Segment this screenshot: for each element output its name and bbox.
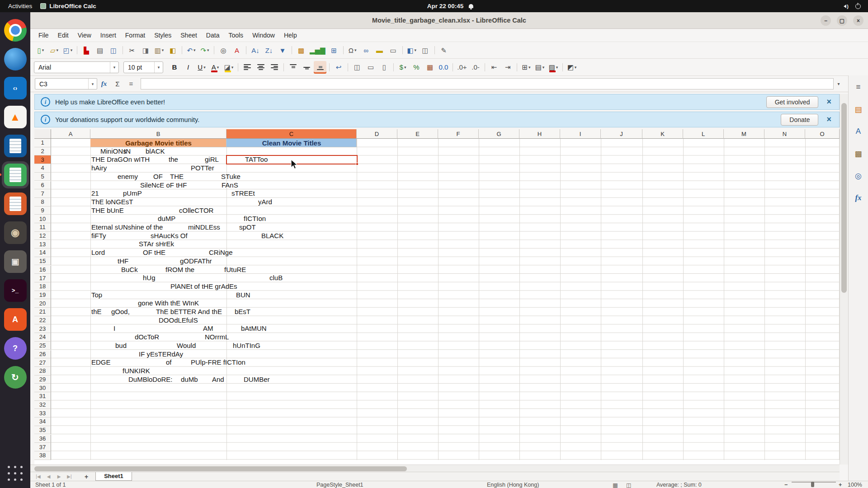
cell-text-row-8[interactable]: ThE loNGEsT	[91, 198, 133, 206]
cell-text-row-6[interactable]: FAnS	[222, 181, 238, 190]
grid-body[interactable]: Garbage Movie titlesClean Movie TitlesMi…	[51, 139, 840, 460]
cell-text-row-25[interactable]: bud	[115, 342, 127, 350]
underline-button[interactable]: U▾	[195, 61, 208, 74]
row-header-26[interactable]: 26	[34, 350, 51, 359]
border-style-button[interactable]: ▤▾	[533, 61, 546, 74]
cell-text-row-23[interactable]: I	[113, 324, 115, 333]
font-name-combo[interactable]: Arial ▾	[34, 61, 119, 73]
gimp-icon[interactable]: ◉	[4, 221, 27, 244]
save-button[interactable]: ◰▾	[61, 44, 74, 56]
decrease-indent-button[interactable]: ⇤	[488, 61, 500, 74]
autofilter-button[interactable]: ▼	[276, 44, 289, 56]
cell-text-row-7[interactable]: pUmP	[123, 189, 142, 198]
new-document-button[interactable]: ▯▾	[34, 44, 47, 56]
cell-text-row-3[interactable]: giRL	[205, 155, 219, 164]
insert-chart-button[interactable]: ▂▅▇	[308, 44, 327, 56]
cell-text-row-22[interactable]: DOOdLEfulS	[159, 316, 198, 325]
row-header-11[interactable]: 11	[34, 223, 51, 232]
print-preview-button[interactable]: ◫	[107, 44, 120, 56]
cell-text-row-24[interactable]: dOcToR	[135, 333, 159, 342]
language-status[interactable]: English (Hong Kong)	[487, 482, 539, 488]
vertical-scrollbar[interactable]	[840, 94, 848, 465]
cell-text-row-29[interactable]: DuMBloDoRE:	[128, 375, 173, 384]
row-header-20[interactable]: 20	[34, 299, 51, 308]
horizontal-scrollbar-thumb[interactable]	[34, 466, 407, 471]
merge-cells-button[interactable]: ▭	[364, 61, 377, 74]
format-as-percent-button[interactable]: %	[410, 61, 423, 74]
functions-icon[interactable]: fx	[852, 192, 865, 203]
format-as-date-button[interactable]: ▦	[424, 61, 436, 74]
align-right-button[interactable]	[268, 61, 281, 74]
cut-button[interactable]: ✂	[126, 44, 138, 56]
chevron-down-icon[interactable]: ▾	[193, 48, 196, 52]
headers-and-footers-button[interactable]: ▭	[387, 44, 400, 56]
chrome-icon[interactable]	[4, 19, 27, 42]
cell-text-row-25[interactable]: Would	[177, 342, 196, 350]
vlc-icon[interactable]: ▲	[4, 106, 27, 128]
row-header-29[interactable]: 29	[34, 375, 51, 384]
cell-text-row-6[interactable]: SileNcE oF tHF	[140, 181, 187, 190]
insert-comment-button[interactable]: ▬	[373, 44, 386, 56]
cell-text-row-23[interactable]: bAtMUN	[241, 324, 267, 333]
chevron-down-icon[interactable]: ▾	[231, 65, 234, 70]
fill-handle[interactable]	[356, 163, 359, 165]
cell-text-row-13[interactable]: STAr sHrEk	[139, 240, 174, 249]
sheet-tab-sheet1[interactable]: Sheet1	[95, 472, 132, 481]
cell-text-row-4[interactable]: hAiry	[91, 164, 107, 173]
chevron-down-icon[interactable]: ▾	[207, 48, 209, 52]
bold-button[interactable]: B	[168, 61, 181, 74]
calc-icon[interactable]	[4, 164, 27, 186]
cell-text-row-21[interactable]: ThE bETTER And thE	[156, 308, 222, 316]
cell-text-row-17[interactable]: hUg	[143, 274, 156, 282]
chevron-down-icon[interactable]: ▾	[154, 62, 163, 73]
thunderbird-icon[interactable]	[4, 48, 27, 70]
cell-text-row-5[interactable]: OF	[153, 173, 163, 181]
borders-button[interactable]: ⊞▾	[520, 61, 533, 74]
activities-button[interactable]: Activities	[0, 3, 40, 9]
document-modified-icon[interactable]: ◫	[626, 482, 632, 488]
clean-movie-titles-header-cell[interactable]: Clean Movie Titles	[226, 139, 357, 147]
row-header-6[interactable]: 6	[34, 181, 51, 190]
column-header-f[interactable]: F	[438, 129, 479, 139]
unmerge-cells-button[interactable]: ▯	[378, 61, 391, 74]
zoom-in-button[interactable]: +	[839, 482, 842, 488]
menu-view[interactable]: View	[73, 30, 96, 40]
row-header-15[interactable]: 15	[34, 257, 51, 266]
row-header-1[interactable]: 1	[34, 139, 51, 147]
close-button[interactable]: ×	[853, 15, 863, 26]
cell-text-row-21[interactable]: bEsT	[235, 308, 250, 316]
row-header-14[interactable]: 14	[34, 249, 51, 257]
cell-text-row-27[interactable]: of	[166, 358, 172, 367]
vertical-scrollbar-thumb[interactable]	[841, 103, 847, 293]
row-header-33[interactable]: 33	[34, 409, 51, 418]
cell-text-row-17[interactable]: cluB	[269, 274, 283, 282]
row-header-18[interactable]: 18	[34, 282, 51, 291]
cell-text-row-19[interactable]: Top	[91, 291, 102, 300]
freeze-rows-and-columns-button[interactable]: ◧▾	[406, 44, 418, 56]
cell-text-row-9[interactable]: THE bUnE	[91, 206, 124, 215]
menu-data[interactable]: Data	[202, 30, 224, 40]
cell-text-row-15[interactable]: gODFAThr	[180, 257, 212, 266]
previous-sheet-button[interactable]: ◀	[43, 474, 54, 479]
menu-styles[interactable]: Styles	[150, 30, 176, 40]
software-updater-icon[interactable]: ↻	[4, 366, 27, 389]
cell-text-row-7[interactable]: 21	[91, 189, 99, 198]
cell-text-row-27[interactable]: PUlp-FRE fICTIon	[191, 358, 245, 367]
cell-text-row-25[interactable]: hUnTInG	[233, 342, 260, 350]
cell-text-row-27[interactable]: EDGE	[91, 358, 111, 367]
system-tray[interactable]: )	[842, 4, 868, 9]
redo-button[interactable]: ↷▾	[198, 44, 211, 56]
row-header-31[interactable]: 31	[34, 392, 51, 401]
add-decimal-place-button[interactable]: .0+	[456, 61, 468, 74]
row-header-9[interactable]: 9	[34, 206, 51, 215]
split-window-button[interactable]: ◫	[419, 44, 432, 56]
chevron-down-icon[interactable]: ▾	[217, 65, 219, 70]
column-header-k[interactable]: K	[642, 129, 683, 139]
paste-button[interactable]: ▥▾	[153, 44, 165, 56]
row-header-23[interactable]: 23	[34, 324, 51, 333]
chevron-down-icon[interactable]: ▾	[414, 48, 416, 52]
row-header-19[interactable]: 19	[34, 291, 51, 300]
select-all-corner[interactable]	[34, 129, 51, 139]
cell-text-row-12[interactable]: sHAucKs Of	[151, 232, 188, 240]
sort-descending-button[interactable]: Z↓	[263, 44, 275, 56]
